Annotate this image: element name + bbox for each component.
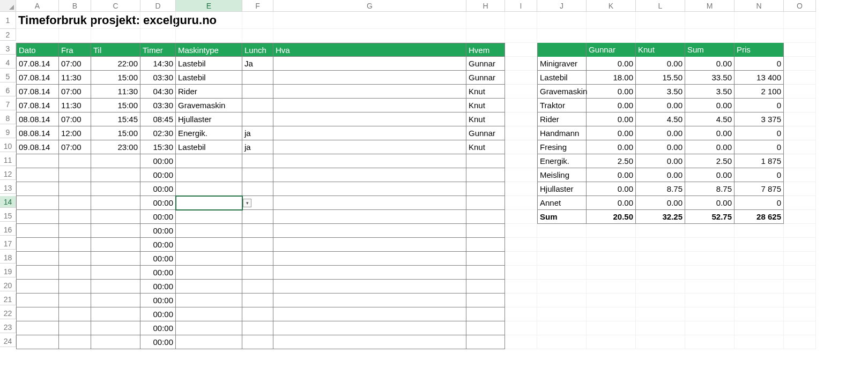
cell-B9[interactable]: 12:00 (59, 126, 91, 140)
cell-B4[interactable]: 07:00 (59, 57, 91, 71)
cell-O6[interactable] (784, 85, 816, 99)
col-header-H[interactable]: H (466, 0, 505, 12)
cell-E2[interactable] (176, 29, 242, 43)
cell-E19[interactable] (176, 266, 242, 280)
cell-N1[interactable] (735, 12, 784, 29)
cell-D10[interactable]: 15:30 (140, 140, 176, 154)
cell-H5[interactable]: Gunnar (466, 71, 505, 85)
cell-I12[interactable] (505, 168, 537, 182)
cell-I4[interactable] (505, 57, 537, 71)
cell-H18[interactable] (466, 252, 505, 266)
cell-B2[interactable] (59, 29, 91, 43)
cell-F23[interactable] (242, 321, 273, 335)
cell-F11[interactable] (242, 154, 273, 168)
cell-D17[interactable]: 00:00 (140, 238, 176, 252)
cell-E15[interactable] (176, 210, 242, 224)
cell-H7[interactable]: Knut (466, 99, 505, 112)
cell-A13[interactable] (16, 182, 59, 196)
cell-M17[interactable] (685, 238, 735, 252)
cell-N18[interactable] (735, 252, 784, 266)
cell-G8[interactable] (273, 112, 466, 126)
cell-C17[interactable] (91, 238, 140, 252)
cell-O17[interactable] (784, 238, 816, 252)
cell-O8[interactable] (784, 112, 816, 126)
cell-N17[interactable] (735, 238, 784, 252)
col-header-L[interactable]: L (636, 0, 685, 12)
cell-E23[interactable] (176, 321, 242, 335)
cell-I21[interactable] (505, 294, 537, 307)
cell-D5[interactable]: 03:30 (140, 71, 176, 85)
cell-E6[interactable]: Rider (176, 85, 242, 99)
cell-E20[interactable] (176, 280, 242, 294)
cell-B15[interactable] (59, 210, 91, 224)
cell-E12[interactable] (176, 168, 242, 182)
cell-L19[interactable] (636, 266, 685, 280)
cell-E13[interactable] (176, 182, 242, 196)
col-header-J[interactable]: J (537, 0, 587, 12)
cell-B23[interactable] (59, 321, 91, 335)
cell-D22[interactable]: 00:00 (140, 307, 176, 321)
cell-D6[interactable]: 04:30 (140, 85, 176, 99)
row-header-17[interactable]: 17 (0, 238, 16, 250)
row-header-12[interactable]: 12 (0, 168, 16, 180)
cell-K22[interactable] (587, 307, 636, 321)
cell-B6[interactable]: 07:00 (59, 85, 91, 99)
cell-B17[interactable] (59, 238, 91, 252)
cell-A6[interactable]: 07.08.14 (16, 85, 59, 99)
cell-I5[interactable] (505, 71, 537, 85)
cell-C21[interactable] (91, 294, 140, 307)
cell-A15[interactable] (16, 210, 59, 224)
cell-D15[interactable]: 00:00 (140, 210, 176, 224)
cell-O4[interactable] (784, 57, 816, 71)
cell-F20[interactable] (242, 280, 273, 294)
cell-F1[interactable] (242, 12, 273, 29)
cell-C14[interactable] (91, 196, 140, 210)
cell-J16[interactable] (537, 224, 587, 238)
cell-G17[interactable] (273, 238, 466, 252)
cell-E5[interactable]: Lastebil (176, 71, 242, 85)
cell-G14[interactable] (273, 196, 466, 210)
cell-D12[interactable]: 00:00 (140, 168, 176, 182)
cell-K18[interactable] (587, 252, 636, 266)
cell-B21[interactable] (59, 294, 91, 307)
cell-B20[interactable] (59, 280, 91, 294)
row-header-9[interactable]: 9 (0, 126, 16, 138)
row-header-3[interactable]: 3 (0, 43, 16, 55)
cell-E18[interactable] (176, 252, 242, 266)
col-header-C[interactable]: C (91, 0, 140, 12)
cell-H12[interactable] (466, 168, 505, 182)
cell-C19[interactable] (91, 266, 140, 280)
cell-A24[interactable] (16, 335, 59, 349)
cell-N2[interactable] (735, 29, 784, 43)
cell-H8[interactable]: Knut (466, 112, 505, 126)
cell-G16[interactable] (273, 224, 466, 238)
cell-N20[interactable] (735, 280, 784, 294)
cell-C22[interactable] (91, 307, 140, 321)
cell-A21[interactable] (16, 294, 59, 307)
cell-F21[interactable] (242, 294, 273, 307)
cell-O20[interactable] (784, 280, 816, 294)
cell-F5[interactable] (242, 71, 273, 85)
cell-F18[interactable] (242, 252, 273, 266)
cell-F17[interactable] (242, 238, 273, 252)
cell-C12[interactable] (91, 168, 140, 182)
cell-O13[interactable] (784, 182, 816, 196)
cell-B8[interactable]: 07:00 (59, 112, 91, 126)
cell-M16[interactable] (685, 224, 735, 238)
cell-K23[interactable] (587, 321, 636, 335)
cell-B11[interactable] (59, 154, 91, 168)
cell-J23[interactable] (537, 321, 587, 335)
cell-K2[interactable] (587, 29, 636, 43)
cell-M23[interactable] (685, 321, 735, 335)
col-header-B[interactable]: B (59, 0, 91, 12)
cell-C9[interactable]: 15:00 (91, 126, 140, 140)
cell-G24[interactable] (273, 335, 466, 349)
cell-O7[interactable] (784, 99, 816, 112)
cell-N21[interactable] (735, 294, 784, 307)
cell-A10[interactable]: 09.08.14 (16, 140, 59, 154)
cell-B7[interactable]: 11:30 (59, 99, 91, 112)
cell-G1[interactable] (273, 12, 466, 29)
cell-M19[interactable] (685, 266, 735, 280)
cell-H11[interactable] (466, 154, 505, 168)
cell-I10[interactable] (505, 140, 537, 154)
